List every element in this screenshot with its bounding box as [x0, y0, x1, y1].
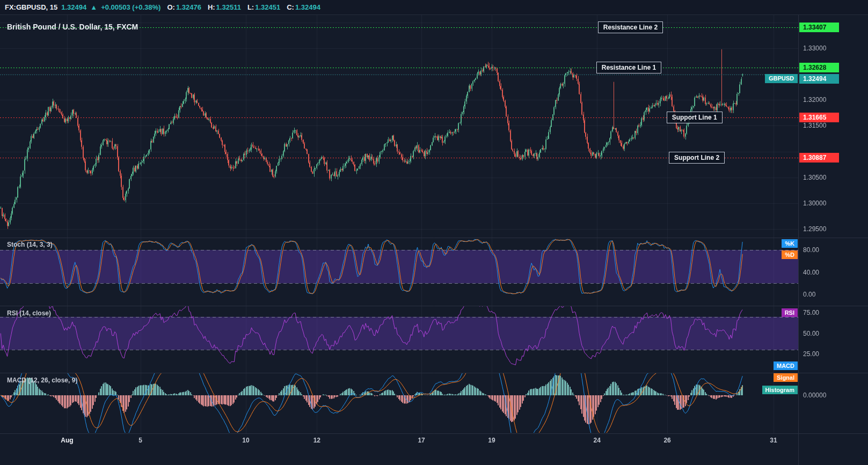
close-price: 1.32494 — [295, 3, 320, 11]
stoch-pane-title[interactable]: Stoch (14, 3, 3) — [7, 241, 53, 248]
symbol-title[interactable]: FX:GBPUSD, 15 — [5, 3, 57, 11]
time-axis-label: 31 — [770, 437, 777, 444]
indicator-tag[interactable]: Histogram — [762, 386, 798, 394]
close-value: C:1.32494 — [287, 3, 320, 11]
symbol-price-tag[interactable]: GBPUSD — [765, 74, 798, 83]
rsi-axis-label: 50.00 — [803, 329, 819, 338]
stoch-axis-label: 0.00 — [803, 290, 815, 299]
time-axis-label: 26 — [663, 437, 670, 444]
line-label[interactable]: Resistance Line 2 — [598, 21, 663, 33]
level-price-tag[interactable]: 1.30887 — [799, 153, 839, 163]
level-price-tag[interactable]: 1.33407 — [799, 23, 839, 32]
symbol-info-bar: FX:GBPUSD, 15 1.32494 ▲ +0.00503 (+0.38%… — [0, 0, 868, 15]
rsi-axis-label: 25.00 — [803, 350, 819, 358]
price-change: +0.00503 (+0.38%) — [101, 3, 161, 11]
high-value: H:1.32511 — [208, 3, 241, 11]
time-axis-label: 17 — [418, 437, 425, 444]
time-axis-label: 10 — [242, 437, 249, 444]
high-price: 1.32511 — [216, 3, 241, 11]
price-axis-label: 1.30500 — [803, 173, 826, 182]
line-label[interactable]: Support Line 2 — [669, 152, 725, 164]
price-axis-label: 1.29500 — [803, 225, 826, 233]
chart-area: British Pound / U.S. Dollar, 15, FXCM St… — [0, 15, 868, 465]
line-label[interactable]: Resistance Line 1 — [596, 62, 661, 73]
open-value: O:1.32476 — [167, 3, 201, 11]
close-label: C: — [287, 3, 294, 11]
macd-axis-label: 0.00000 — [803, 391, 826, 400]
time-axis-label: 19 — [488, 437, 495, 444]
stoch-axis-label: 80.00 — [803, 246, 819, 254]
rsi-axis-label: 75.00 — [803, 308, 819, 317]
chart-window: FX:GBPUSD, 15 1.32494 ▲ +0.00503 (+0.38%… — [0, 0, 868, 465]
macd-pane-title[interactable]: MACD (12, 26, close, 9) — [7, 377, 77, 384]
low-value: L:1.32451 — [247, 3, 280, 11]
level-price-tag[interactable]: 1.32628 — [799, 63, 839, 72]
level-price-tag[interactable]: 1.31665 — [799, 113, 839, 122]
indicator-tag[interactable]: MACD — [774, 361, 798, 370]
low-label: L: — [247, 3, 254, 11]
open-price: 1.32476 — [176, 3, 201, 11]
low-price: 1.32451 — [255, 3, 280, 11]
indicator-tag[interactable]: %K — [782, 239, 798, 248]
time-axis-label: Aug — [61, 437, 73, 444]
price-axis-label: 1.31500 — [803, 121, 826, 130]
price-axis-label: 1.32000 — [803, 95, 826, 104]
high-label: H: — [208, 3, 215, 11]
indicator-tag[interactable]: RSI — [782, 308, 798, 317]
last-price: 1.32494 — [61, 3, 86, 11]
indicator-tag[interactable]: %D — [782, 250, 798, 259]
time-axis-label: 5 — [138, 437, 142, 444]
time-axis-label: 24 — [594, 437, 601, 444]
stoch-axis-label: 40.00 — [803, 268, 819, 277]
chart-overlay: British Pound / U.S. Dollar, 15, FXCM St… — [0, 15, 868, 465]
current-price-tag[interactable]: 1.32494 — [799, 74, 839, 84]
open-label: O: — [167, 3, 174, 11]
line-label[interactable]: Support Line 1 — [667, 112, 723, 123]
change-up-arrow-icon: ▲ — [90, 3, 97, 11]
indicator-tag[interactable]: Signal — [774, 373, 798, 382]
rsi-pane-title[interactable]: RSI (14, close) — [7, 309, 51, 317]
time-axis-label: 12 — [313, 437, 320, 444]
time-axis[interactable] — [0, 434, 798, 465]
price-axis-label: 1.30000 — [803, 199, 826, 208]
chart-legend-title[interactable]: British Pound / U.S. Dollar, 15, FXCM — [7, 23, 138, 31]
price-axis-label: 1.33000 — [803, 44, 826, 53]
